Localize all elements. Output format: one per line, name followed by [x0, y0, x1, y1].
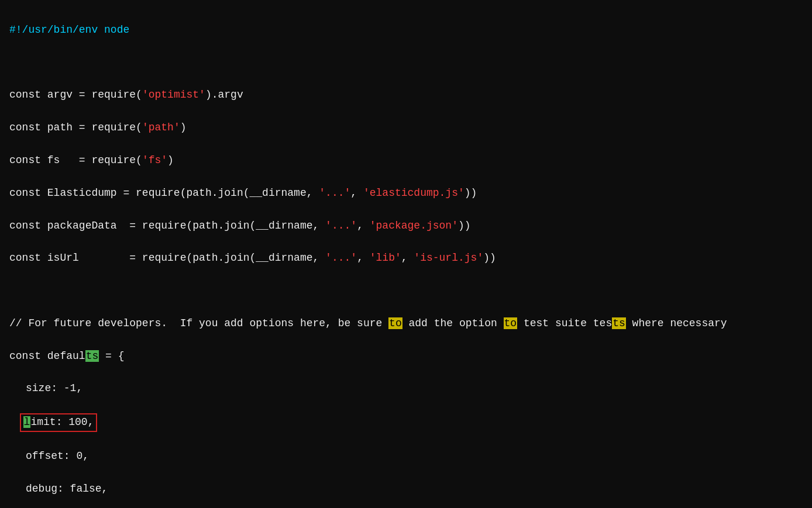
line-1: const argv = require('optimist').argv: [9, 87, 803, 103]
line-limit: limit: 100,: [9, 413, 803, 432]
line-2: const path = require('path'): [9, 120, 803, 136]
line-3: const fs = require('fs'): [9, 153, 803, 169]
line-4: const Elasticdump = require(path.join(__…: [9, 185, 803, 202]
line-comment: // For future developers. If you add opt…: [9, 316, 803, 332]
line-5: const packageData = require(path.join(__…: [9, 218, 803, 234]
line-shebang: #!/usr/bin/env node: [9, 22, 803, 39]
line-size: size: -1,: [9, 381, 803, 397]
line-6: const isUrl = require(path.join(__dirnam…: [9, 250, 803, 267]
line-offset: offset: 0,: [9, 448, 803, 465]
code-editor: #!/usr/bin/env node const argv = require…: [9, 6, 803, 508]
line-defaults: const defaults = {: [9, 348, 803, 365]
line-debug: debug: false,: [9, 481, 803, 497]
